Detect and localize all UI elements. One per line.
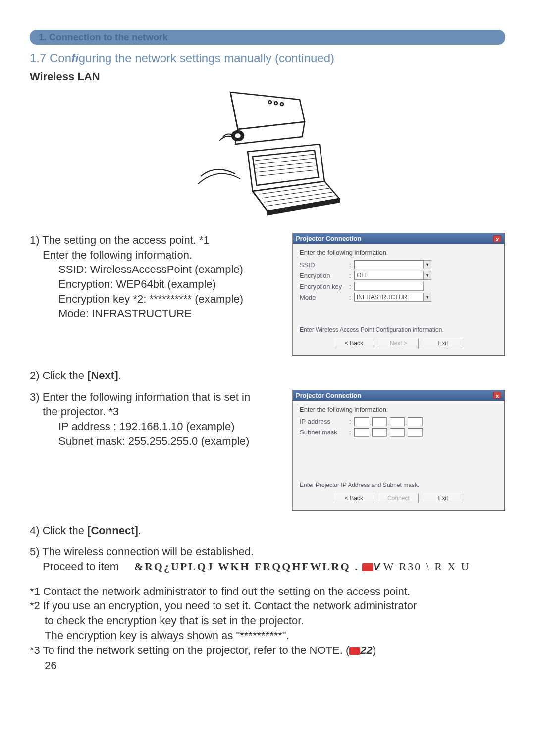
dlg1-enc-label: Encryption xyxy=(300,272,349,279)
dropdown-arrow-icon[interactable]: ▼ xyxy=(424,260,431,269)
colon: : xyxy=(349,283,354,290)
book-icon xyxy=(362,563,373,571)
dlg2-mask-label: Subnet mask xyxy=(300,429,349,436)
step3-mask: Subnet mask: 255.255.255.0 (example) xyxy=(30,434,282,449)
step5-garbled1: &RQ¿UPLQJ WKH FRQQHFWLRQ . xyxy=(134,560,359,573)
dialog2-close-button[interactable]: x xyxy=(493,392,501,399)
dlg1-key-label: Encryption key xyxy=(300,283,349,290)
title-post: guring the network settings manually (co… xyxy=(79,52,334,65)
step5-icon-text: V xyxy=(373,560,380,573)
dialog1-back-button[interactable]: < Back xyxy=(334,338,374,348)
title-pre: 1.7 Con xyxy=(30,52,71,65)
dialog2-title: Projector Connection xyxy=(296,392,361,399)
dlg2-ip-label: IP address xyxy=(300,418,349,425)
step4-pre: 4) Click the xyxy=(30,524,87,537)
step1-line2: Enter the following information. xyxy=(30,248,282,263)
subtitle: Wireless LAN xyxy=(30,70,505,83)
colon: : xyxy=(349,294,354,301)
dialog-ip: Projector Connection x Enter the followi… xyxy=(292,390,505,511)
dialog2-connect-button[interactable]: Connect xyxy=(379,493,419,503)
dialog2-hint: Enter Projector IP Address and Subnet ma… xyxy=(300,482,497,488)
colon: : xyxy=(349,418,354,425)
step1-key: Encryption key *2: ********** (example) xyxy=(30,292,282,307)
step2: 2) Click the [Next]. xyxy=(30,368,505,383)
step5-line1: 5) The wireless connection will be estab… xyxy=(30,544,505,559)
step4-bold: [Connect] xyxy=(87,524,138,537)
step1-line1: 1) The setting on the access point. *1 xyxy=(30,233,282,248)
step5-garbled2: W R30 \ R X U xyxy=(383,560,471,573)
dialog2-back-button[interactable]: < Back xyxy=(334,493,374,503)
step4: 4) Click the [Connect]. xyxy=(30,523,505,538)
dlg1-ssid-label: SSID xyxy=(300,261,349,269)
dialog1-title: Projector Connection xyxy=(296,235,361,242)
ip-octet-2[interactable] xyxy=(372,417,387,426)
step3-line2: the projector. *3 xyxy=(30,404,282,419)
dropdown-arrow-icon[interactable]: ▼ xyxy=(424,271,431,280)
dialog-wireless: Projector Connection x Enter the followi… xyxy=(292,233,505,356)
colon: : xyxy=(349,261,354,269)
book-icon xyxy=(349,647,360,655)
dlg1-mode-label: Mode xyxy=(300,294,349,301)
step1-mode: Mode: INFRASTRUCTURE xyxy=(30,306,282,321)
section-pill: 1. Connection to the network xyxy=(30,30,505,45)
step3-ip: IP address : 192.168.1.10 (example) xyxy=(30,419,282,434)
note2a: *2 If you use an encryption, you need to… xyxy=(30,598,505,613)
dlg1-mode-input[interactable]: INFRASTRUCTURE xyxy=(354,293,424,302)
step2-bold: [Next] xyxy=(87,369,118,381)
mask-octet-4[interactable] xyxy=(408,428,423,437)
dlg1-enc-input[interactable]: OFF xyxy=(354,271,424,280)
step5: 5) The wireless connection will be estab… xyxy=(30,544,505,574)
page-number: 26 xyxy=(30,659,505,672)
dialog1-close-button[interactable]: x xyxy=(493,235,501,242)
colon: : xyxy=(349,272,354,279)
mask-octet-2[interactable] xyxy=(372,428,387,437)
note2b: to check the encryption key that is set … xyxy=(30,613,505,628)
note3: *3 To ﬁnd the network setting on the pro… xyxy=(30,643,505,658)
dialog1-exit-button[interactable]: Exit xyxy=(424,338,463,348)
step1-text: 1) The setting on the access point. *1 E… xyxy=(30,233,282,356)
section-title: 1.7 Configuring the network settings man… xyxy=(30,52,505,65)
step2-post: . xyxy=(118,369,121,381)
note3a: *3 To ﬁnd the network setting on the pro… xyxy=(30,644,349,656)
step5-proceed: Proceed to item xyxy=(43,560,119,573)
note2c: The encryption key is always shown as "*… xyxy=(30,628,505,643)
note1: *1 Contact the network administrator to … xyxy=(30,584,505,599)
ip-octet-4[interactable] xyxy=(408,417,423,426)
dialog2-exit-button[interactable]: Exit xyxy=(424,493,463,503)
mask-octet-1[interactable] xyxy=(354,428,369,437)
dialog1-heading: Enter the following information. xyxy=(300,249,497,256)
step2-pre: 2) Click the xyxy=(30,369,87,381)
step4-post: . xyxy=(138,524,141,537)
step1-ssid: SSID: WirelessAccessPoint (example) xyxy=(30,262,282,277)
dlg1-ssid-input[interactable] xyxy=(354,260,424,269)
note3b: 22 xyxy=(360,644,372,656)
illustration xyxy=(30,87,505,218)
dialog1-next-button[interactable]: Next > xyxy=(379,338,419,348)
dialog2-heading: Enter the following information. xyxy=(300,406,497,413)
mask-octet-3[interactable] xyxy=(390,428,405,437)
note3c: ) xyxy=(373,644,376,656)
dlg1-key-input[interactable] xyxy=(354,282,424,291)
step1-enc: Encryption: WEP64bit (example) xyxy=(30,277,282,292)
dialog1-hint: Enter Wireless Access Point Configuratio… xyxy=(300,326,497,333)
notes-block: *1 Contact the network administrator to … xyxy=(30,584,505,657)
ip-octet-3[interactable] xyxy=(390,417,405,426)
ip-octet-1[interactable] xyxy=(354,417,369,426)
dropdown-arrow-icon[interactable]: ▼ xyxy=(424,293,431,302)
step3-line1: 3) Enter the following information that … xyxy=(30,390,282,405)
step3-text: 3) Enter the following information that … xyxy=(30,390,282,511)
title-fi: fi xyxy=(71,52,79,65)
colon: : xyxy=(349,429,354,436)
